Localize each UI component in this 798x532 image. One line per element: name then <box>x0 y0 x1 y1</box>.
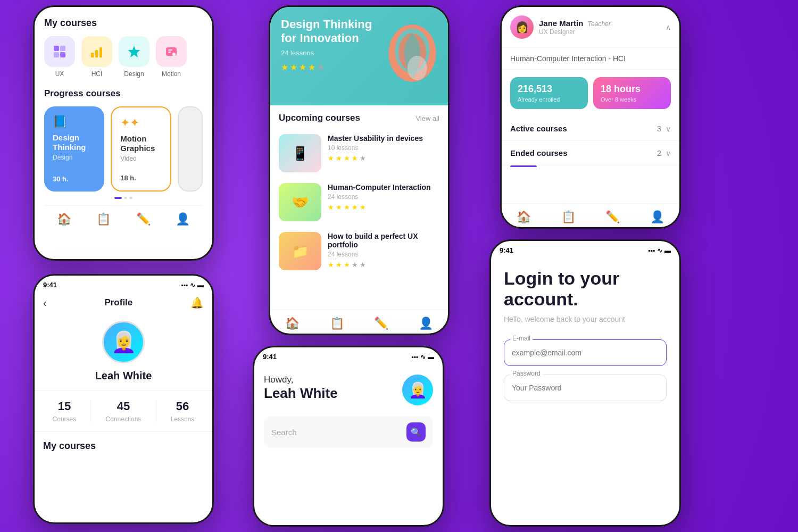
progress-cards: 📘 DesignThinking Design 30 h. ✦✦ MotionG… <box>44 106 203 192</box>
nav-edit-3[interactable]: ✏️ <box>605 210 620 224</box>
bell-icon[interactable]: 🔔 <box>190 296 204 309</box>
nav-edit-2[interactable]: ✏️ <box>374 317 388 330</box>
stat-lessons: 56 Lessons <box>171 400 195 423</box>
c1s2: ★ <box>336 154 342 162</box>
search-box[interactable]: Search 🔍 <box>264 416 433 448</box>
login-subtitle: Hello, welcome back to your account <box>504 315 667 323</box>
course-item-1[interactable]: 📱 Master Usability in devices 10 lessons… <box>270 129 448 178</box>
motion-icon-box <box>156 36 187 67</box>
card-time-motion: 18 h. <box>120 174 162 182</box>
course-icon-hci[interactable]: HCI <box>81 36 112 78</box>
active-courses-count: 3 <box>657 124 661 133</box>
c1s3: ★ <box>344 154 350 162</box>
back-button[interactable]: ‹ <box>43 297 47 309</box>
profile-avatar: 👩‍🦳 <box>102 321 145 363</box>
progress-card-design[interactable]: 📘 DesignThinking Design 30 h. <box>44 106 104 192</box>
nav-courses-3[interactable]: 📋 <box>561 210 576 224</box>
howdy-avatar: 👩‍🦳 <box>402 375 433 405</box>
stats-row: 216,513 Already enrolled 18 hours Over 8… <box>502 70 679 117</box>
teacher-course: Human-Computer Interaction - HCI <box>502 48 679 70</box>
status-bar-4: 9:41 ▪▪▪ ∿ ▬ <box>35 276 212 292</box>
wifi-icon-6: ∿ <box>657 247 662 254</box>
nav-courses-1[interactable]: 📋 <box>96 212 111 226</box>
card-sub-design: Design <box>53 154 96 161</box>
stat-connections-label: Connections <box>106 415 142 423</box>
upcoming-title: Upcoming courses <box>279 113 360 123</box>
login-title: Login to your account. <box>504 268 667 310</box>
nav-courses-2[interactable]: 📋 <box>330 317 344 330</box>
teacher-avatar: 👩 <box>510 15 534 39</box>
my-courses-section-4: My courses <box>35 432 212 468</box>
time-6: 9:41 <box>500 246 513 254</box>
status-icons-4: ▪▪▪ ∿ ▬ <box>181 281 204 289</box>
nav-home-2[interactable]: 🏠 <box>285 317 300 330</box>
card-name-motion: MotionGraphics <box>120 134 162 153</box>
nav-profile-2[interactable]: 👤 <box>419 317 433 330</box>
chevron-down-icon-ended: ∨ <box>666 149 671 157</box>
course-icon-motion[interactable]: Motion <box>156 36 187 78</box>
nav-edit-1[interactable]: ✏️ <box>136 212 151 226</box>
ux-label: UX <box>55 70 64 78</box>
nav-home-1[interactable]: 🏠 <box>57 212 71 226</box>
stat-courses: 15 Courses <box>53 400 77 423</box>
svg-marker-7 <box>128 46 140 57</box>
view-all[interactable]: View all <box>415 114 439 122</box>
email-input-group: E-mail <box>504 339 667 366</box>
status-bar-5: 9:41 ▪▪▪ ∿ ▬ <box>254 347 443 364</box>
howdy-text: Howdy, Leah White <box>264 375 338 402</box>
upcoming-header: Upcoming courses View all <box>270 105 448 129</box>
stat-courses-label: Courses <box>53 415 77 423</box>
progress-card-motion[interactable]: ✦✦ MotionGraphics Video 18 h. <box>111 106 171 192</box>
course-lessons-3: 24 lessons <box>328 251 439 258</box>
course-item-2[interactable]: 🤝 Human-Computer Interaction 24 lessons … <box>270 178 448 227</box>
course-icon-design[interactable]: Design <box>119 36 149 78</box>
nav-profile-3[interactable]: 👤 <box>650 210 664 224</box>
course-thumb-1: 📱 <box>279 134 321 172</box>
login-content: Login to your account. Hello, welcome ba… <box>491 257 679 420</box>
brain-visual <box>383 19 442 88</box>
profile-header-row: ‹ Profile 🔔 <box>35 292 212 315</box>
course-icon-ux[interactable]: UX <box>44 36 75 78</box>
svg-rect-5 <box>95 50 98 57</box>
bottom-nav-3: 🏠 📋 ✏️ 👤 <box>502 203 679 227</box>
nav-profile-1[interactable]: 👤 <box>176 212 190 226</box>
battery-icon-6: ▬ <box>664 247 671 254</box>
card-name-design: DesignThinking <box>53 133 96 152</box>
teacher-name: Jane Martin <box>539 19 583 28</box>
status-icons-6: ▪▪▪ ∿ ▬ <box>648 247 671 254</box>
course-name-3: How to build a perfect UX portfolio <box>328 232 439 249</box>
email-input[interactable] <box>504 339 667 366</box>
my-courses-title: My courses <box>44 18 203 29</box>
profile-stats-row: 15 Courses 45 Connections 56 Lessons <box>35 390 212 432</box>
howdy-greeting: Howdy, <box>264 375 338 385</box>
c1s5: ★ <box>360 154 366 162</box>
ux-icon-box <box>44 36 75 67</box>
c1s1: ★ <box>328 154 334 162</box>
course-stars-1: ★ ★ ★ ★ ★ <box>328 154 439 162</box>
design-label: Design <box>124 70 144 78</box>
search-button[interactable]: 🔍 <box>406 422 426 442</box>
course-item-3[interactable]: 📁 How to build a perfect UX portfolio 24… <box>270 227 448 276</box>
active-courses-accordion[interactable]: Active courses 3 ∨ <box>502 117 679 141</box>
email-label: E-mail <box>510 335 533 342</box>
accordion-right-active: 3 ∨ <box>657 124 671 133</box>
password-input[interactable] <box>504 375 667 401</box>
nav-home-3[interactable]: 🏠 <box>517 210 531 224</box>
svg-rect-6 <box>99 47 102 57</box>
chevron-up-icon[interactable]: ∧ <box>666 23 671 31</box>
teacher-title-row: Jane Martin Teacher UX Designer <box>539 19 660 36</box>
battery-icon: ▬ <box>197 281 204 289</box>
progress-card-partial <box>178 106 203 192</box>
status-bar-6: 9:41 ▪▪▪ ∿ ▬ <box>491 241 679 257</box>
phone-howdy: 9:41 ▪▪▪ ∿ ▬ Howdy, Leah White 👩‍🦳 Searc… <box>253 346 444 527</box>
bottom-nav-1: 🏠 📋 ✏️ 👤 <box>44 205 203 229</box>
svg-rect-3 <box>60 52 65 57</box>
ended-courses-accordion[interactable]: Ended courses 2 ∨ <box>502 141 679 165</box>
bottom-nav-2: 🏠 📋 ✏️ 👤 <box>270 310 448 334</box>
password-label: Password <box>510 370 543 377</box>
accordion-right-ended: 2 ∨ <box>657 148 671 157</box>
hci-label: HCI <box>92 70 103 78</box>
star-4: ★ <box>308 62 315 72</box>
status-icons-5: ▪▪▪ ∿ ▬ <box>411 353 434 361</box>
accordion-bar <box>510 165 537 167</box>
